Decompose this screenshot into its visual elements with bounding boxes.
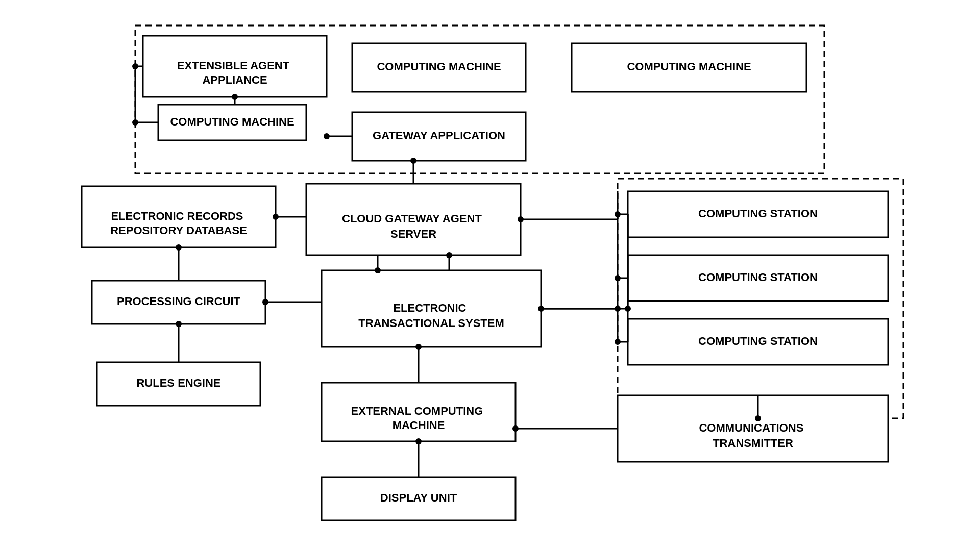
computing-machine-center-label: COMPUTING MACHINE xyxy=(377,60,501,73)
svg-point-12 xyxy=(410,158,416,164)
svg-point-8 xyxy=(132,119,138,126)
svg-point-48 xyxy=(512,425,519,432)
gateway-application-label: GATEWAY APPLICATION xyxy=(373,129,505,142)
computing-machine-right-label: COMPUTING MACHINE xyxy=(627,60,751,73)
svg-point-7 xyxy=(132,63,138,69)
svg-point-3 xyxy=(232,94,238,100)
svg-point-50 xyxy=(518,216,524,222)
svg-point-20 xyxy=(176,244,182,251)
svg-point-16 xyxy=(375,267,381,273)
rules-engine-label: RULES ENGINE xyxy=(136,377,220,389)
computing-station-3-label: COMPUTING STATION xyxy=(698,335,818,347)
svg-point-18 xyxy=(446,252,452,258)
svg-point-22 xyxy=(176,321,182,327)
computing-machine-inner-label: COMPUTING MACHINE xyxy=(170,115,294,128)
computing-station-2-label: COMPUTING STATION xyxy=(698,271,818,284)
svg-point-24 xyxy=(262,299,268,305)
computing-station-1-label: COMPUTING STATION xyxy=(698,207,818,220)
svg-point-46 xyxy=(755,415,761,421)
svg-point-10 xyxy=(324,133,330,139)
processing-circuit-label: PROCESSING CIRCUIT xyxy=(117,295,241,308)
svg-point-14 xyxy=(273,214,279,220)
svg-point-42 xyxy=(415,344,422,350)
svg-point-44 xyxy=(415,438,422,444)
diagram-container: .box { fill: white; stroke: black; strok… xyxy=(56,10,924,541)
display-unit-label: DISPLAY UNIT xyxy=(380,491,457,504)
